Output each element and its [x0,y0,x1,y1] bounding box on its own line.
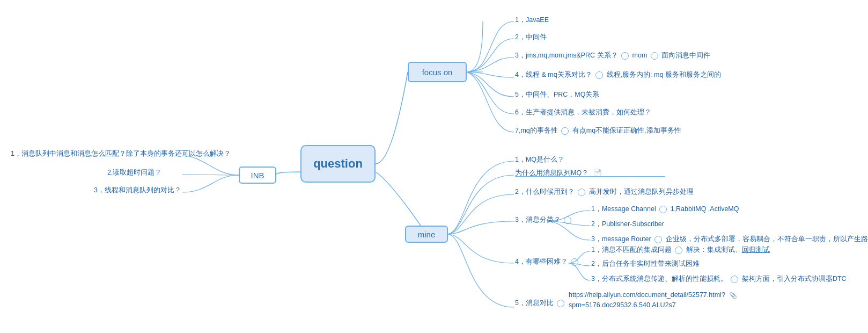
focus-item-3: 3，jms,mq,mom,jms&PRC 关系？ mom 面向消息中间件 [515,50,710,61]
inb-label: INB [251,171,264,180]
focus-item-1: 1，JavaEE [515,15,549,25]
mine-item-url: https://help.aliyun.com/document_detail/… [569,290,737,310]
focus-item-2: 2，中间件 [515,32,547,42]
focus-item-4: 4，线程 & mq关系对比？ 线程,服务内的; mq 服务和服务之间的 [515,70,721,80]
mind-map: question focus on INB mine 1，JavaEE 2，中间… [0,0,868,333]
inb-item-3: 3，线程和消息队列的对比？ [94,185,181,196]
mine-item-why: 为什么用消息队列MQ？ 📄 [515,168,602,179]
center-node: question [300,145,376,183]
inb-node: INB [239,166,276,184]
inb-item-1: 1，消息队列中消息和消息怎么匹配？除了本身的事务还可以怎么解决？ [11,149,231,159]
mine-item-cat-1: 1，Message Channel 1,RabbitMQ ,ActiveMQ [591,204,739,214]
mine-item-mq1: 1，MQ是什么？ [515,155,564,165]
mine-item-cat-label: 3，消息分类？ [515,215,573,225]
mine-item-diff-3: 3，分布式系统消息传递、解析的性能损耗。 架构方面，引入分布式协调器DTC [591,274,847,284]
mine-item-diff-1: 1，消息不匹配的集成问题 解决：集成测试、回归测试 [591,245,770,255]
focus-on-node: focus on [408,62,467,82]
center-label: question [313,157,363,171]
focus-item-5: 5，中间件、PRC，MQ关系 [515,90,599,100]
mine-item-cat-3: 3，message Router 企业级，分布式多部署，容易耦合，不符合单一职责… [591,234,868,244]
mine-item-cat-2: 2，Publisher-Subscriber [591,219,664,229]
mine-item-diff-2: 2，后台任务非实时性带来测试困难 [591,259,700,269]
mine-node: mine [405,226,448,243]
focus-item-6: 6，生产者提供消息，未被消费，如何处理？ [515,107,651,118]
mine-item-when: 2，什么时候用到？ 高并发时，通过消息队列异步处理 [515,187,694,197]
mine-item-compare: 5，消息对比 [515,298,566,308]
inb-item-2: 2,读取超时问题？ [107,168,161,178]
mine-label: mine [418,230,436,239]
focus-on-label: focus on [422,68,453,77]
focus-item-7: 7,mq的事务性 有点mq不能保证正确性,添加事务性 [515,126,681,136]
mine-item-diff-label: 4，有哪些困难？ [515,257,580,267]
